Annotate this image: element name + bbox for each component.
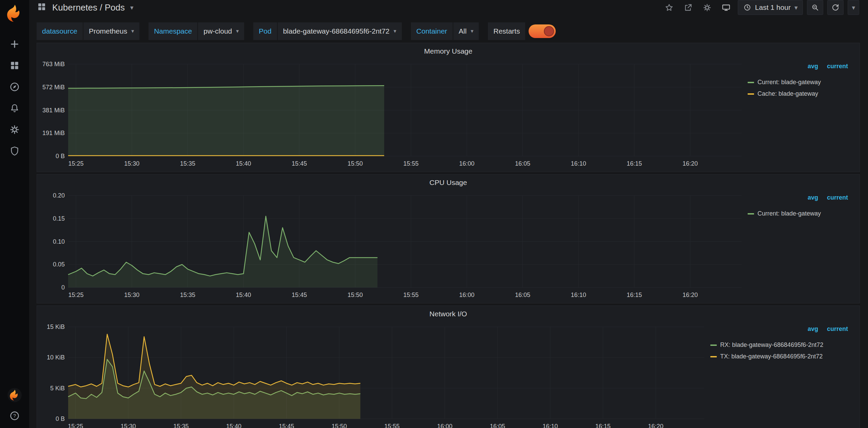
main-content: Kubernetes / Pods ▾ Last 1 hour: [29, 0, 868, 428]
panel-body: 0 B191 MiB381 MiB572 MiB763 MiB15:2515:3…: [37, 59, 860, 172]
namespace-value: pw-cloud: [203, 27, 232, 35]
x-axis-label: 15:50: [348, 292, 363, 298]
x-axis-label: 16:15: [595, 423, 611, 428]
y-axis-label: 0.05: [53, 261, 65, 268]
x-axis-label: 15:50: [332, 423, 347, 428]
legend-headers: avgcurrent: [710, 325, 848, 333]
sidebar-item-alerting[interactable]: [8, 102, 21, 114]
star-icon: [665, 3, 674, 12]
memory-usage-chart[interactable]: 0 B191 MiB381 MiB572 MiB763 MiB15:2515:3…: [37, 59, 748, 172]
panel-title[interactable]: CPU Usage: [37, 174, 860, 191]
variable-datasource: datasource Prometheus ▾: [37, 22, 139, 40]
dashboard-title[interactable]: Kubernetes / Pods: [52, 2, 125, 13]
clock-icon: [743, 3, 751, 12]
grafana-logo-icon[interactable]: [5, 4, 24, 22]
star-button[interactable]: [662, 0, 677, 15]
datasource-select[interactable]: Prometheus ▾: [83, 22, 139, 40]
cycle-view-button[interactable]: [719, 0, 734, 15]
legend-swatch: [748, 93, 754, 95]
sidebar-bottom: ?: [7, 388, 22, 428]
legend-sort-avg[interactable]: avg: [808, 325, 818, 333]
x-axis-label: 16:20: [648, 423, 663, 428]
x-axis-label: 16:10: [542, 423, 558, 428]
toggle-knob: [544, 26, 554, 36]
sidebar-item-server-admin[interactable]: [8, 145, 21, 157]
variable-restarts: Restarts: [488, 22, 556, 40]
zoom-out-button[interactable]: [807, 0, 823, 15]
container-label: Container: [411, 22, 453, 40]
shield-icon: [9, 146, 20, 156]
legend-series-name: TX: blade-gateway-68684695f6-2nt72: [720, 353, 823, 360]
legend-item[interactable]: RX: blade-gateway-68684695f6-2nt72: [710, 341, 848, 349]
y-axis-label: 0 B: [56, 415, 65, 422]
legend: avgcurrent Current: blade-gateway: [748, 191, 860, 303]
legend-sort-avg[interactable]: avg: [808, 194, 818, 201]
y-axis-label: 381 MiB: [42, 107, 65, 114]
legend-sort-current[interactable]: current: [827, 194, 848, 201]
legend-series-name: Current: blade-gateway: [757, 79, 821, 86]
legend-sort-current[interactable]: current: [827, 325, 848, 333]
y-axis-label: 0.10: [53, 238, 65, 245]
namespace-select[interactable]: pw-cloud ▾: [198, 22, 244, 40]
network-io-chart[interactable]: 0 B5 KiB10 KiB15 KiB15:2515:3015:3515:40…: [37, 322, 710, 428]
pod-value: blade-gateway-68684695f6-2nt72: [283, 27, 390, 35]
chevron-down-icon: ▾: [794, 4, 798, 11]
sidebar-item-help[interactable]: ?: [8, 410, 21, 422]
legend-item[interactable]: Current: blade-gateway: [748, 210, 848, 217]
series-fill: [68, 216, 377, 287]
x-axis-label: 15:35: [180, 160, 195, 167]
refresh-button[interactable]: [827, 0, 844, 15]
panel-body: 00.050.100.150.2015:2515:3015:3515:4015:…: [37, 191, 860, 303]
chevron-down-icon[interactable]: ▾: [130, 4, 134, 11]
refresh-interval-dropdown[interactable]: ▾: [848, 0, 859, 15]
chevron-down-icon: ▾: [394, 29, 396, 34]
legend-headers: avgcurrent: [748, 194, 848, 201]
refresh-icon: [831, 3, 840, 12]
share-icon: [684, 3, 693, 12]
legend-item[interactable]: Cache: blade-gateway: [748, 90, 848, 97]
legend-items: Current: blade-gatewayCache: blade-gatew…: [748, 79, 848, 97]
panel-memory-usage: Memory Usage 0 B191 MiB381 MiB572 MiB763…: [37, 43, 860, 172]
legend-item[interactable]: TX: blade-gateway-68684695f6-2nt72: [710, 353, 848, 360]
legend-sort-current[interactable]: current: [827, 63, 848, 70]
x-axis-label: 16:20: [683, 292, 698, 298]
y-axis-label: 0.15: [53, 215, 65, 222]
bell-icon: [9, 103, 20, 114]
x-axis-label: 15:35: [173, 423, 189, 428]
x-axis-label: 15:45: [279, 423, 294, 428]
dashboard-settings-button[interactable]: [700, 0, 715, 15]
legend-sort-avg[interactable]: avg: [808, 63, 818, 70]
time-range-label: Last 1 hour: [755, 3, 791, 12]
restarts-toggle[interactable]: [529, 24, 556, 38]
cpu-usage-chart[interactable]: 00.050.100.150.2015:2515:3015:3515:4015:…: [37, 191, 748, 303]
sidebar-item-configuration[interactable]: [8, 124, 21, 136]
panel-title[interactable]: Memory Usage: [37, 43, 860, 59]
x-axis-label: 15:35: [180, 292, 195, 298]
y-axis-label: 0 B: [56, 153, 65, 160]
sidebar-item-create[interactable]: [8, 38, 21, 50]
x-axis-label: 15:30: [121, 423, 136, 428]
legend-items: Current: blade-gateway: [748, 210, 848, 217]
share-button[interactable]: [681, 0, 696, 15]
sidebar-item-explore[interactable]: [8, 81, 21, 93]
user-avatar[interactable]: [7, 388, 22, 402]
pod-select[interactable]: blade-gateway-68684695f6-2nt72 ▾: [278, 22, 402, 40]
x-axis-label: 15:55: [384, 423, 400, 428]
legend-items: RX: blade-gateway-68684695f6-2nt72TX: bl…: [710, 341, 848, 360]
sidebar: ?: [0, 0, 29, 428]
avatar-flame-icon: [9, 389, 20, 401]
time-range-picker[interactable]: Last 1 hour ▾: [738, 0, 803, 15]
x-axis-label: 15:30: [124, 292, 139, 298]
apps-grid-icon: [37, 2, 47, 13]
panel-title[interactable]: Network I/O: [37, 306, 860, 322]
y-axis-label: 572 MiB: [42, 84, 65, 91]
x-axis-label: 15:25: [68, 160, 84, 167]
sidebar-item-dashboards[interactable]: [8, 59, 21, 72]
dashboard-panels: Memory Usage 0 B191 MiB381 MiB572 MiB763…: [29, 40, 868, 428]
x-axis-label: 16:00: [437, 423, 452, 428]
x-axis-label: 16:00: [459, 160, 474, 167]
legend-item[interactable]: Current: blade-gateway: [748, 79, 848, 86]
help-icon: ?: [9, 410, 20, 421]
navbar: Kubernetes / Pods ▾ Last 1 hour: [29, 0, 868, 15]
container-select[interactable]: All ▾: [453, 22, 479, 40]
